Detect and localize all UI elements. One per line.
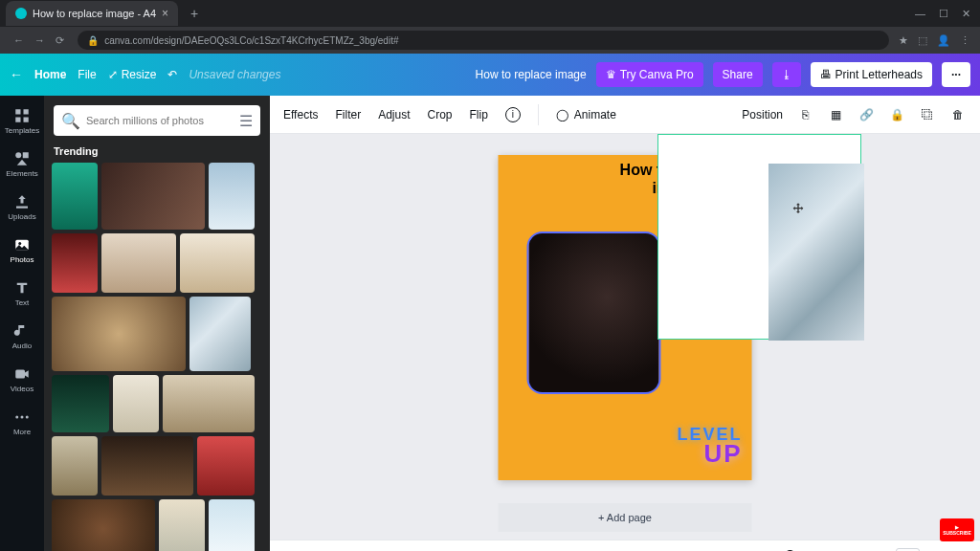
copy-style-icon[interactable]: ⎘ [796, 106, 813, 123]
rail-label: Templates [5, 126, 39, 135]
photo-thumb[interactable] [209, 499, 255, 551]
url-text: canva.com/design/DAEeOQs3LCo/c1SzxT4KCrh… [104, 35, 398, 46]
rail-videos[interactable]: Videos [0, 360, 44, 399]
rail-uploads[interactable]: Uploads [0, 187, 44, 227]
photo-thumb[interactable] [189, 297, 251, 371]
adjust-button[interactable]: Adjust [378, 108, 410, 121]
page-counter[interactable]: 1 ˆ [896, 548, 920, 552]
photo-thumb[interactable] [52, 499, 155, 551]
rail-label: More [13, 428, 31, 436]
profile-icon[interactable]: 👤 [937, 34, 950, 47]
photo-thumb[interactable] [52, 163, 98, 230]
back-icon[interactable]: ← [10, 34, 28, 46]
more-button[interactable]: ··· [942, 62, 970, 87]
svg-rect-2 [15, 118, 20, 122]
filter-button[interactable]: Filter [335, 108, 361, 121]
window-controls: — ☐ ✕ [915, 8, 980, 20]
share-button[interactable]: Share [713, 62, 763, 87]
photo-thumb[interactable] [52, 375, 109, 432]
svg-point-9 [18, 242, 21, 245]
nav-arrows: ← → ⟳ [10, 34, 68, 47]
bottom-bar: Notes 50% 1 ˆ ▦ ⛶ ? [270, 540, 980, 551]
photo-thumb[interactable] [101, 233, 176, 293]
photos-panel: 🔍 ☰ Trending [44, 96, 270, 551]
flip-button[interactable]: Flip [470, 108, 488, 121]
dragging-image[interactable] [657, 134, 861, 340]
minimize-icon[interactable]: — [915, 8, 925, 20]
rail-more[interactable]: More [0, 403, 44, 442]
file-menu[interactable]: File [78, 68, 96, 81]
rail-photos[interactable]: Photos [0, 231, 44, 270]
forward-icon[interactable]: → [31, 34, 49, 46]
crop-button[interactable]: Crop [428, 108, 453, 121]
more-icon [13, 408, 31, 426]
svg-point-11 [15, 416, 18, 419]
svg-rect-1 [24, 109, 29, 114]
photo-search[interactable]: 🔍 ☰ [54, 105, 260, 136]
close-window-icon[interactable]: ✕ [962, 8, 970, 20]
svg-rect-5 [23, 152, 29, 158]
videos-icon [13, 365, 31, 383]
delete-icon[interactable]: 🗑 [949, 106, 967, 123]
photo-thumb[interactable] [180, 233, 255, 293]
link-icon[interactable]: 🔗 [858, 106, 875, 123]
photo-thumb[interactable] [163, 375, 255, 432]
resize-icon: ⤢ [108, 68, 118, 81]
close-icon[interactable]: × [162, 7, 168, 20]
animate-button[interactable]: ◯ Animate [556, 108, 616, 121]
extension-icon[interactable]: ★ [899, 34, 908, 47]
filter-icon[interactable]: ☰ [239, 112, 253, 130]
duplicate-icon[interactable]: ⿻ [919, 106, 936, 123]
photo-thumb[interactable] [52, 297, 186, 371]
browser-tab[interactable]: How to replace image - A4 × [6, 1, 178, 26]
position-button[interactable]: Position [742, 108, 783, 121]
print-icon: 🖶 [820, 68, 832, 81]
rail-elements[interactable]: Elements [0, 144, 44, 184]
lock-icon[interactable]: 🔒 [888, 106, 905, 123]
rail-label: Text [15, 298, 30, 307]
trending-heading: Trending [44, 145, 270, 163]
photo-thumb[interactable] [209, 163, 255, 230]
photo-thumb[interactable] [101, 163, 205, 230]
canvas-area[interactable]: ⿻ ⤴ How to replace image LEVEL UP + Add … [270, 134, 980, 540]
transparency-icon[interactable]: ▦ [827, 106, 844, 123]
photo-frame[interactable] [527, 231, 661, 394]
add-page-button[interactable]: + Add page [499, 503, 752, 532]
animate-label: Animate [574, 108, 616, 121]
subscribe-badge[interactable]: ▶ SUBSCRIBE [940, 518, 974, 541]
download-button[interactable]: ⭳ [772, 62, 801, 87]
try-pro-button[interactable]: ♛ Try Canva Pro [596, 62, 703, 87]
photo-thumb[interactable] [52, 233, 98, 293]
photo-thumb[interactable] [159, 499, 205, 551]
document-title[interactable]: How to replace image [476, 68, 587, 81]
info-icon[interactable]: i [505, 107, 521, 122]
rail-templates[interactable]: Templates [0, 101, 44, 141]
undo-icon[interactable]: ↶ [167, 68, 177, 81]
print-button[interactable]: 🖶 Print Letterheads [811, 62, 932, 87]
reload-icon[interactable]: ⟳ [52, 34, 68, 46]
print-label: Print Letterheads [835, 68, 923, 81]
maximize-icon[interactable]: ☐ [939, 8, 948, 20]
level-up-text[interactable]: LEVEL UP [677, 425, 742, 469]
search-input[interactable] [86, 115, 234, 126]
rail-audio[interactable]: Audio [0, 317, 44, 356]
uploads-icon [13, 193, 31, 210]
svg-rect-10 [15, 370, 25, 379]
photo-thumb[interactable] [52, 436, 98, 496]
extension-icon[interactable]: ⬚ [918, 34, 927, 47]
resize-button[interactable]: ⤢ Resize [108, 68, 157, 81]
photo-thumb[interactable] [197, 436, 255, 496]
rail-text[interactable]: Text [0, 274, 44, 313]
new-tab-button[interactable]: + [184, 3, 205, 24]
effects-button[interactable]: Effects [283, 108, 318, 121]
address-field[interactable]: 🔒 canva.com/design/DAEeOQs3LCo/c1SzxT4KC… [78, 31, 889, 50]
lock-icon: 🔒 [87, 35, 99, 46]
back-arrow-icon[interactable]: ← [10, 67, 23, 82]
home-button[interactable]: Home [34, 68, 66, 81]
photo-thumb[interactable] [113, 375, 159, 432]
move-cursor-icon [791, 202, 806, 217]
photo-grid [44, 163, 270, 551]
photo-thumb[interactable] [101, 436, 193, 496]
templates-icon [13, 107, 31, 124]
menu-icon[interactable]: ⋮ [960, 34, 970, 47]
